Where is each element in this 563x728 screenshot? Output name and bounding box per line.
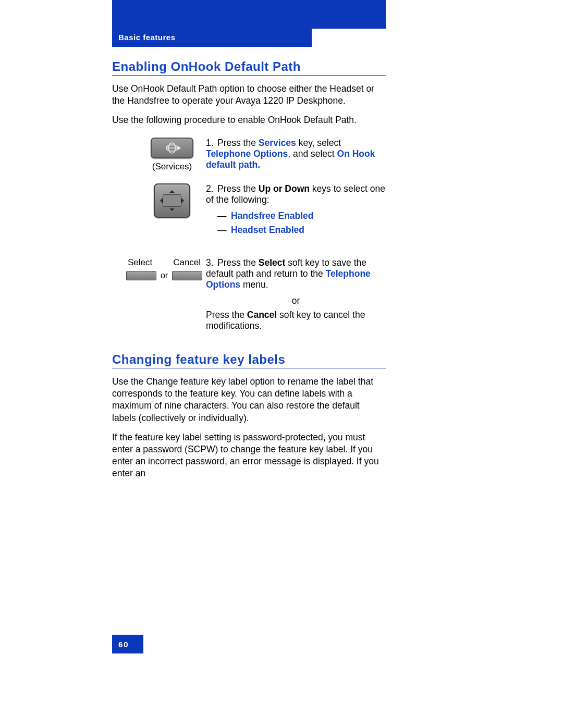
step-1-text: 1.Press the Services key, select Telepho… bbox=[206, 138, 386, 172]
step-2-text: 2.Press the Up or Down keys to select on… bbox=[206, 183, 386, 239]
section-title-onhook: Enabling OnHook Default Path bbox=[112, 59, 386, 76]
section-title-changing: Changing feature key labels bbox=[112, 352, 386, 368]
or-word: or bbox=[161, 271, 168, 280]
intro-paragraph-1: Use OnHook Default Path option to choose… bbox=[112, 83, 386, 107]
header-top-bar bbox=[112, 0, 386, 29]
softkey-cancel-icon bbox=[172, 271, 202, 280]
svg-marker-3 bbox=[178, 146, 181, 150]
services-caption: (Services) bbox=[152, 162, 192, 172]
chapter-label: Basic features bbox=[112, 29, 312, 47]
services-key-icon bbox=[151, 138, 193, 158]
intro-paragraph-2: Use the following procedure to enable On… bbox=[112, 114, 386, 126]
softkey-select-icon bbox=[126, 271, 156, 280]
section2-paragraph-1: Use the Change feature key label option … bbox=[112, 376, 386, 424]
softkey-label-cancel: Cancel bbox=[173, 257, 201, 268]
softkey-label-select: Select bbox=[128, 257, 152, 268]
step-3-text: 3.Press the Select soft key to save the … bbox=[206, 257, 386, 331]
section2-paragraph-2: If the feature key label setting is pass… bbox=[112, 431, 386, 479]
page-number: 60 bbox=[112, 635, 143, 653]
dpad-icon bbox=[154, 183, 190, 218]
